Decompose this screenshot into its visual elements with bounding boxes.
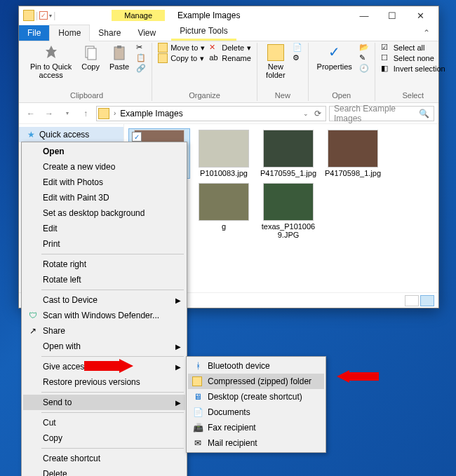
ribbon-tabs: File Home Share View Picture Tools ⌃ bbox=[19, 25, 438, 41]
history-button[interactable]: 🕘 bbox=[359, 64, 369, 74]
file-name: texas_P1010069.JPG bbox=[259, 222, 318, 239]
menu-item-create-new-video[interactable]: Create a new video bbox=[23, 159, 185, 175]
group-label: Clipboard bbox=[27, 91, 146, 101]
file-thumbnail[interactable]: g bbox=[193, 182, 255, 240]
properties-button[interactable]: ✓Properties bbox=[314, 43, 355, 72]
sidebar-item-quick-access[interactable]: ★ Quick access bbox=[19, 127, 123, 142]
menu-item-edit-with-paint3d[interactable]: Edit with Paint 3D bbox=[23, 190, 185, 205]
copy-button[interactable]: Copy bbox=[79, 43, 102, 72]
documents-icon: 📄 bbox=[192, 407, 203, 418]
menu-item-cast[interactable]: Cast to Device▶ bbox=[23, 292, 185, 308]
address-dropdown-icon[interactable]: ⌄ bbox=[300, 110, 311, 117]
menu-item-print[interactable]: Print bbox=[23, 236, 185, 252]
menu-item-copy[interactable]: Copy bbox=[23, 430, 185, 446]
file-thumbnail[interactable]: P4170598_1.jpg bbox=[322, 128, 384, 179]
minimize-button[interactable]: — bbox=[350, 8, 378, 22]
submenu-arrow-icon: ▶ bbox=[175, 343, 181, 351]
new-folder-icon bbox=[267, 44, 284, 61]
delete-icon: ✕ bbox=[209, 43, 219, 53]
easy-access-button[interactable]: ⚙ bbox=[293, 53, 302, 63]
menu-separator bbox=[41, 254, 184, 254]
tab-home[interactable]: Home bbox=[49, 25, 90, 41]
menu-item-edit[interactable]: Edit bbox=[23, 221, 185, 236]
close-button[interactable]: ✕ bbox=[406, 8, 434, 22]
menu-item-restore-versions[interactable]: Restore previous versions bbox=[23, 374, 185, 390]
path-folder-icon bbox=[98, 108, 109, 119]
submenu-arrow-icon: ▶ bbox=[175, 399, 181, 407]
forward-button[interactable]: → bbox=[41, 106, 57, 121]
menu-item-open-with[interactable]: Open with▶ bbox=[23, 339, 185, 354]
tab-picture-tools[interactable]: Picture Tools bbox=[171, 23, 236, 41]
submenu-item-bluetooth[interactable]: ᚼBluetooth device bbox=[188, 358, 324, 374]
large-icons-view-button[interactable] bbox=[420, 295, 434, 306]
checkbox-icon[interactable]: ✓ bbox=[39, 11, 48, 20]
paste-icon bbox=[111, 44, 128, 61]
refresh-button[interactable]: ⟳ bbox=[311, 109, 324, 118]
cut-small-button[interactable]: ✂ bbox=[136, 43, 146, 53]
up-button[interactable]: ↑ bbox=[78, 106, 93, 121]
file-name: P4170598_1.jpg bbox=[325, 169, 381, 177]
maximize-button[interactable]: ☐ bbox=[378, 8, 406, 22]
qat-dropdown-icon[interactable]: ▾ bbox=[49, 13, 52, 19]
titlebar: | ✓ ▾ | Manage Example Images — ☐ ✕ bbox=[19, 6, 438, 25]
tab-view[interactable]: View bbox=[129, 25, 164, 41]
menu-item-rotate-left[interactable]: Rotate left bbox=[23, 272, 185, 287]
ribbon: Pin to Quick access Copy Paste ✂ 📋 🔗 Cli… bbox=[19, 41, 438, 103]
pin-icon bbox=[43, 44, 60, 61]
menu-item-delete[interactable]: Delete bbox=[23, 466, 185, 476]
open-sub-button[interactable]: 📂 bbox=[359, 43, 369, 53]
invert-selection-button[interactable]: ◧Invert selection bbox=[381, 64, 445, 74]
menu-item-set-desktop-bg[interactable]: Set as desktop background bbox=[23, 205, 185, 221]
submenu-item-desktop[interactable]: 🖥Desktop (create shortcut) bbox=[188, 389, 324, 404]
details-view-button[interactable] bbox=[405, 295, 419, 306]
copy-to-button[interactable]: Copy to▾ bbox=[158, 53, 205, 63]
edit-sub-button[interactable]: ✎ bbox=[359, 53, 369, 63]
invert-icon: ◧ bbox=[381, 64, 391, 74]
menu-separator bbox=[41, 356, 184, 357]
svg-rect-3 bbox=[117, 46, 121, 48]
zip-icon bbox=[192, 376, 202, 386]
menu-item-open[interactable]: Open bbox=[23, 144, 185, 159]
submenu-item-documents[interactable]: 📄Documents bbox=[188, 404, 324, 420]
paste-shortcut-small-button[interactable]: 🔗 bbox=[136, 64, 146, 74]
submenu-item-fax[interactable]: 📠Fax recipient bbox=[188, 420, 324, 435]
select-all-button[interactable]: ☑Select all bbox=[381, 43, 445, 53]
menu-item-share[interactable]: ↗Share bbox=[23, 323, 185, 339]
context-menu: Open Create a new video Edit with Photos… bbox=[21, 142, 187, 476]
submenu-item-mail[interactable]: ✉Mail recipient bbox=[188, 435, 324, 451]
pin-to-quick-access-button[interactable]: Pin to Quick access bbox=[27, 43, 74, 81]
menu-item-edit-with-photos[interactable]: Edit with Photos bbox=[23, 175, 185, 190]
ribbon-group-select: ☑Select all ☐Select none ◧Invert selecti… bbox=[375, 43, 451, 101]
file-thumbnail[interactable]: texas_P1010069.JPG bbox=[257, 182, 319, 240]
bluetooth-icon: ᚼ bbox=[192, 360, 203, 372]
delete-button[interactable]: ✕Delete▾ bbox=[209, 43, 251, 53]
window-title: Example Images bbox=[177, 11, 240, 20]
address-bar[interactable]: › Example Images ⌄ ⟳ bbox=[96, 106, 326, 121]
recent-button[interactable]: ▾ bbox=[60, 106, 75, 121]
menu-item-create-shortcut[interactable]: Create shortcut bbox=[23, 451, 185, 466]
move-to-button[interactable]: Move to▾ bbox=[158, 43, 205, 53]
paste-button[interactable]: Paste bbox=[107, 43, 132, 72]
menu-item-cut[interactable]: Cut bbox=[23, 415, 185, 430]
menu-item-send-to[interactable]: Send to▶ bbox=[23, 395, 185, 410]
tab-file[interactable]: File bbox=[19, 25, 49, 41]
file-thumbnail[interactable]: P1010083.jpg bbox=[193, 128, 255, 179]
select-all-icon: ☑ bbox=[381, 43, 391, 53]
copy-path-small-button[interactable]: 📋 bbox=[136, 53, 146, 63]
menu-item-rotate-right[interactable]: Rotate right bbox=[23, 257, 185, 272]
copy-to-icon bbox=[158, 53, 168, 63]
file-thumbnail[interactable]: P4170595_1.jpg bbox=[257, 128, 319, 179]
tab-share[interactable]: Share bbox=[90, 25, 129, 41]
back-button[interactable]: ← bbox=[23, 106, 39, 121]
new-item-button[interactable]: 📄 bbox=[293, 43, 302, 53]
rename-button[interactable]: abRename bbox=[209, 53, 251, 63]
menu-item-defender[interactable]: 🛡Scan with Windows Defender... bbox=[23, 308, 185, 323]
submenu-item-zip[interactable]: Compressed (zipped) folder bbox=[188, 374, 324, 389]
checkbox-icon[interactable]: ✓ bbox=[132, 132, 142, 142]
search-box[interactable]: Search Example Images 🔍 bbox=[329, 106, 434, 121]
ribbon-collapse-button[interactable]: ⌃ bbox=[415, 25, 438, 41]
select-none-button[interactable]: ☐Select none bbox=[381, 53, 445, 63]
ribbon-group-clipboard: Pin to Quick access Copy Paste ✂ 📋 🔗 Cli… bbox=[22, 43, 152, 101]
new-folder-button[interactable]: New folder bbox=[263, 43, 288, 81]
move-icon bbox=[158, 43, 168, 53]
